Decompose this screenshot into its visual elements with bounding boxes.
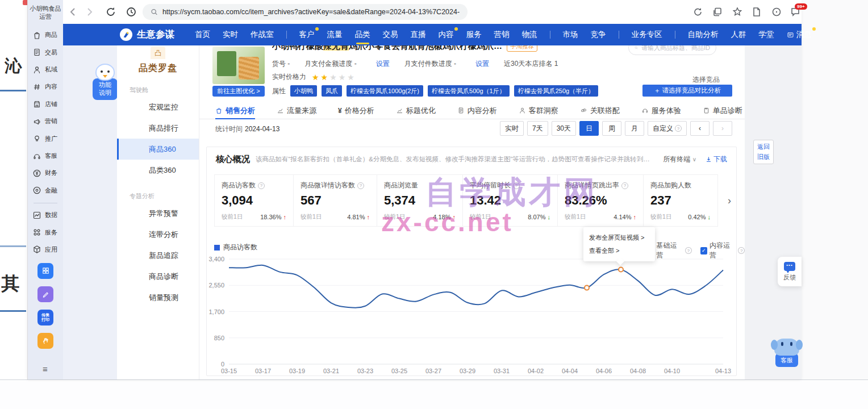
- nav-item-物流[interactable]: 物流: [522, 30, 537, 40]
- sidebar-item-客服[interactable]: 客服: [28, 147, 63, 164]
- app-qianniu-icon[interactable]: [37, 263, 53, 279]
- timer-icon[interactable]: [771, 6, 782, 18]
- page-icon[interactable]: [751, 6, 762, 18]
- tabs-icon[interactable]: [712, 6, 723, 18]
- history-clock-icon[interactable]: [126, 6, 137, 18]
- update-icon[interactable]: [692, 6, 704, 18]
- tab-关联搭配[interactable]: 关联搭配: [580, 102, 620, 119]
- tooltip-view-all-link[interactable]: 查看全部 >: [589, 244, 649, 257]
- sidebar-item-交易[interactable]: 交易: [28, 44, 63, 61]
- sycm-brand[interactable]: 生意参谋: [120, 28, 174, 41]
- menu-item-商品诊断[interactable]: 商品诊断: [117, 266, 199, 287]
- sidebar-item-商品[interactable]: 商品: [28, 27, 63, 44]
- tab-label: 流量来源: [287, 106, 316, 116]
- tab-内容分析[interactable]: 内容分析: [457, 102, 497, 119]
- nav-item-首页[interactable]: 首页: [195, 30, 210, 40]
- attribute-tag[interactable]: 小胡鸭: [290, 85, 317, 97]
- address-bar[interactable]: https://sycm.taobao.com/cc/item_archives…: [143, 4, 468, 20]
- tab-客群洞察[interactable]: 客群洞察: [519, 102, 558, 119]
- tab-单品诊断[interactable]: 单品诊断: [703, 102, 742, 119]
- download-button[interactable]: 下载: [706, 155, 727, 164]
- app-hand-icon[interactable]: [37, 333, 53, 349]
- sidebar-item-店铺[interactable]: 店铺: [28, 95, 63, 112]
- terminal-filter[interactable]: 所有终端 ∨: [663, 155, 696, 164]
- attribute-tag[interactable]: 柠檬去骨凤爪250g（半斤）: [514, 85, 598, 97]
- attribute-tag[interactable]: 凤爪: [322, 85, 342, 97]
- nav-item-服务[interactable]: 服务: [466, 30, 482, 40]
- sidebar-item-私域[interactable]: 私域: [28, 61, 63, 78]
- menu-item-销量预测[interactable]: 销量预测: [117, 287, 199, 308]
- sidebar-item-营销[interactable]: 营销: [28, 113, 63, 130]
- nav-item-自助分析[interactable]: 自助分析: [688, 30, 719, 40]
- menu-item-品类360[interactable]: 品类360: [117, 160, 199, 181]
- back-to-old-version-button[interactable]: 返回 旧版: [753, 140, 774, 164]
- settings-link[interactable]: 设置: [475, 60, 489, 68]
- nav-item-品类[interactable]: 品类: [355, 30, 370, 40]
- back-icon[interactable]: [68, 6, 79, 18]
- feedback-button[interactable]: 反馈: [778, 257, 802, 286]
- attribute-tag[interactable]: 柠檬去骨凤爪500g（1斤）: [428, 85, 510, 97]
- sidebar-item-财务[interactable]: 财务: [28, 165, 63, 182]
- nav-item-内容[interactable]: 内容: [439, 30, 454, 40]
- range-button-周[interactable]: 周: [602, 121, 621, 136]
- metrics-more-icon[interactable]: ›: [718, 174, 741, 227]
- range-button-自定义[interactable]: 自定义?: [648, 121, 687, 136]
- sidebar-item-推广[interactable]: 推广: [28, 130, 63, 147]
- range-button-月[interactable]: 月: [625, 121, 644, 136]
- optimize-main-image-button[interactable]: 前往主图优化 >: [212, 86, 265, 97]
- nav-item-人群[interactable]: 人群: [731, 30, 746, 40]
- sidebar-item-数据[interactable]: 数据: [28, 207, 63, 224]
- svg-text:3,400: 3,400: [208, 256, 224, 262]
- next-page-button[interactable]: ›: [713, 121, 732, 136]
- range-button-日[interactable]: 日: [579, 121, 599, 136]
- menu-item-商品排行[interactable]: 商品排行: [117, 118, 199, 139]
- menu-icon[interactable]: ≡: [28, 364, 63, 374]
- sidebar-item-应用[interactable]: 应用: [28, 241, 63, 258]
- sidebar-item-服务[interactable]: 服务: [28, 224, 63, 241]
- item-search-input[interactable]: 请输入商品标题、商品ID: [628, 45, 716, 55]
- nav-item-实时[interactable]: 实时: [223, 30, 238, 40]
- metric-compare-label: 较前1日: [565, 213, 586, 221]
- visitor-trend-chart[interactable]: 08501,7002,5503,40003-1503-1703-1903-210…: [204, 254, 738, 376]
- nav-item-市场[interactable]: 市场: [563, 30, 578, 40]
- nav-item-流量[interactable]: 流量: [327, 30, 343, 40]
- nav-item-竞争[interactable]: 竞争: [591, 30, 606, 40]
- reload-icon[interactable]: [105, 6, 116, 18]
- prev-page-button[interactable]: ‹: [690, 121, 710, 136]
- nav-item-直播[interactable]: 直播: [411, 30, 426, 40]
- range-button-7天[interactable]: 7天: [527, 121, 548, 136]
- help-icon: ?: [738, 247, 745, 254]
- nav-item-消息[interactable]: 消息: [787, 30, 812, 40]
- feature-help-widget[interactable]: 功能 说明: [93, 64, 118, 100]
- nav-item-学堂[interactable]: 学堂: [759, 30, 774, 40]
- nav-item-作战室[interactable]: 作战室: [251, 30, 274, 40]
- nav-item-客户[interactable]: 客户: [299, 30, 315, 40]
- forward-icon[interactable]: [84, 6, 95, 18]
- settings-link[interactable]: 设置: [376, 60, 390, 68]
- menu-item-宏观监控[interactable]: 宏观监控: [117, 97, 199, 118]
- tooltip-action-link[interactable]: 发布全屏页短视频 >: [589, 231, 649, 244]
- range-button-30天[interactable]: 30天: [552, 121, 576, 136]
- app-notes-icon[interactable]: [37, 286, 53, 302]
- range-button-实时[interactable]: 实时: [500, 121, 524, 136]
- help-icon: ?: [675, 125, 682, 132]
- bookmark-star-icon[interactable]: [732, 6, 743, 18]
- app-print-icon[interactable]: 传美打印: [37, 310, 53, 325]
- nav-item-业务专区[interactable]: 业务专区: [632, 30, 662, 40]
- tab-价格分析[interactable]: ¥价格分析: [338, 102, 374, 119]
- nav-item-交易[interactable]: 交易: [383, 30, 398, 40]
- nav-item-营销[interactable]: 营销: [494, 30, 510, 40]
- select-competitor-button[interactable]: ＋ 请选择竞品对比分析: [642, 85, 732, 97]
- menu-item-异常预警[interactable]: 异常预警: [117, 203, 199, 224]
- tab-服务体验[interactable]: 服务体验: [641, 102, 681, 119]
- tab-销售分析[interactable]: 销售分析: [215, 102, 255, 119]
- customer-service-widget[interactable]: 客服: [772, 339, 802, 372]
- tab-标题优化[interactable]: 标题优化: [396, 102, 436, 119]
- menu-item-连带分析[interactable]: 连带分析: [117, 224, 199, 245]
- menu-item-商品360[interactable]: 商品360: [117, 139, 199, 160]
- sidebar-item-内容[interactable]: 内容: [28, 78, 63, 95]
- menu-item-新品追踪[interactable]: 新品追踪: [117, 245, 199, 266]
- tab-流量来源[interactable]: 流量来源: [277, 102, 316, 119]
- sidebar-item-金融[interactable]: 金融: [28, 182, 63, 199]
- attribute-tag[interactable]: 柠檬去骨凤爪1000g(2斤): [347, 85, 423, 97]
